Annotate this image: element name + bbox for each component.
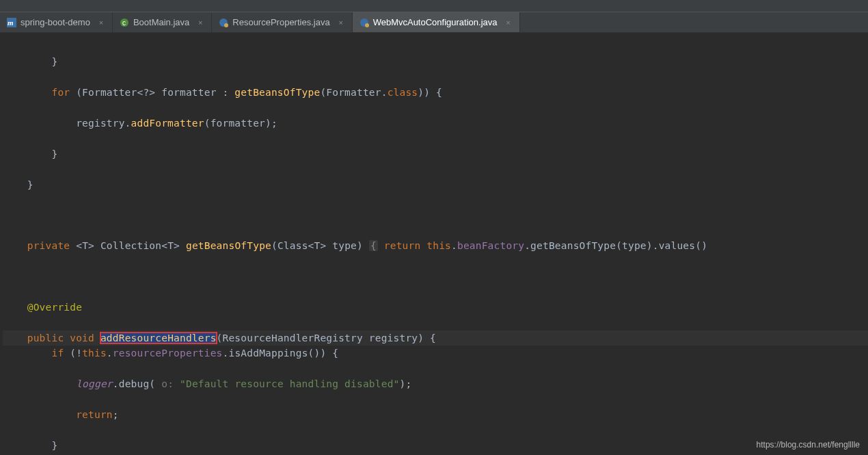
java-lib-icon (360, 18, 369, 27)
svg-point-5 (224, 23, 228, 27)
tab-label: spring-boot-demo (21, 17, 90, 27)
tab-label: BootMain.java (133, 17, 189, 27)
param-hint: o: (161, 378, 180, 389)
svg-text:m: m (8, 18, 14, 27)
tab-resourceproperties[interactable]: ResourceProperties.java × (212, 12, 352, 32)
close-icon[interactable]: × (337, 18, 345, 27)
code-fold-icon[interactable]: { (369, 240, 378, 251)
tab-label: ResourceProperties.java (232, 17, 329, 27)
editor-tabs: m spring-boot-demo × c BootMain.java × R… (0, 12, 868, 33)
svg-text:c: c (122, 19, 126, 27)
close-icon[interactable]: × (504, 18, 513, 27)
watermark: https://blog.csdn.net/fenglllle (757, 440, 860, 450)
tab-spring-boot-demo[interactable]: m spring-boot-demo × (0, 12, 113, 32)
svg-point-7 (365, 23, 369, 27)
tab-webmvcautoconfiguration[interactable]: WebMvcAutoConfiguration.java × (353, 12, 520, 32)
close-icon[interactable]: × (196, 18, 204, 27)
maven-icon: m (7, 18, 16, 27)
tab-bootmain[interactable]: c BootMain.java × (113, 12, 212, 32)
tab-label: WebMvcAutoConfiguration.java (373, 17, 498, 27)
java-lib-icon (219, 18, 228, 27)
breadcrumb (0, 0, 868, 12)
java-class-icon: c (120, 18, 129, 27)
code-editor[interactable]: } for (Formatter<?> formatter : getBeans… (0, 33, 868, 455)
highlighted-method-addresourcehandlers: addResourceHandlers (100, 333, 217, 343)
code-text: } (3, 56, 57, 67)
close-icon[interactable]: × (97, 18, 105, 27)
